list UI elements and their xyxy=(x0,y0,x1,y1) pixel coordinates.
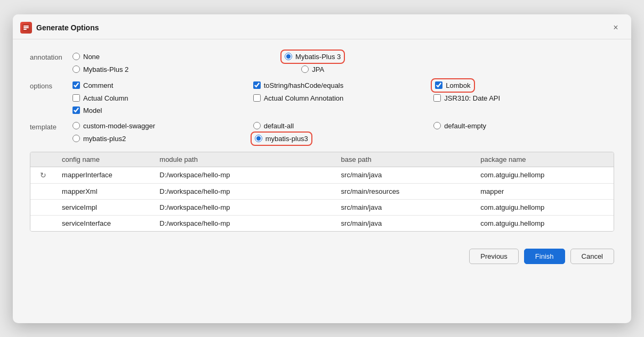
checkbox-lombok-label: Lombok xyxy=(446,81,470,89)
table-row[interactable]: serviceImpl D:/workspace/hello-mp src/ma… xyxy=(30,199,614,215)
annotation-label: annotation xyxy=(30,52,73,61)
th-module-path: module path xyxy=(153,152,334,167)
checkbox-model-input[interactable] xyxy=(73,106,80,114)
radio-tpl-mybatis-plus3[interactable]: mybatis-plus3 xyxy=(253,134,310,143)
table-row[interactable]: serviceInterface D:/workspace/hello-mp s… xyxy=(30,215,614,231)
row-base-path: src/main/resources xyxy=(335,183,474,199)
row-icon xyxy=(30,183,55,199)
refresh-icon: ↻ xyxy=(40,171,46,179)
opt-actual-col-cell: Actual Column xyxy=(73,94,253,102)
app-icon xyxy=(20,22,32,34)
row-icon: ↻ xyxy=(30,167,55,183)
radio-annotation-mybatis-plus3[interactable]: Mybatis-Plus 3 xyxy=(283,52,342,61)
opt-actual-col-ann-cell: Actual Column Annotation xyxy=(253,94,434,102)
checkbox-lombok-input[interactable] xyxy=(435,81,442,89)
opt-jsr310-cell: JSR310: Date API xyxy=(433,94,614,102)
generate-options-dialog: Generate Options × annotation None Myba xyxy=(13,14,631,323)
config-table-wrapper: config name module path base path packag… xyxy=(30,152,614,232)
previous-button[interactable]: Previous xyxy=(469,249,519,264)
checkbox-model-label: Model xyxy=(83,106,102,114)
radio-none-input[interactable] xyxy=(73,53,80,60)
row-config-name: serviceInterface xyxy=(55,215,153,231)
dialog-footer: Previous Finish Cancel xyxy=(13,240,631,275)
checkbox-tostring[interactable]: toString/hashCode/equals xyxy=(253,81,344,89)
dialog-content: annotation None Mybatis-Plus 3 xyxy=(13,39,631,240)
radio-tpl-mybatis-plus3-label: mybatis-plus3 xyxy=(265,135,308,143)
checkbox-actual-col-input[interactable] xyxy=(73,94,80,102)
svg-rect-3 xyxy=(23,29,27,30)
checkbox-jsr310[interactable]: JSR310: Date API xyxy=(433,94,500,102)
radio-tpl-default-empty[interactable]: default-empty xyxy=(433,122,486,130)
checkbox-tostring-input[interactable] xyxy=(253,81,261,89)
checkbox-lombok[interactable]: Lombok xyxy=(433,81,472,90)
radio-tpl-mybatis-plus2[interactable]: mybatis-plus2 xyxy=(73,135,126,143)
tpl-mybatis-plus3-cell: mybatis-plus3 xyxy=(253,134,434,143)
row-module-path: D:/workspace/hello-mp xyxy=(153,183,334,199)
template-row: template custom-model-swagger default-al… xyxy=(30,122,614,143)
template-label: template xyxy=(30,122,73,131)
checkbox-model[interactable]: Model xyxy=(73,106,102,114)
row-module-path: D:/workspace/hello-mp xyxy=(153,215,334,231)
checkbox-jsr310-label: JSR310: Date API xyxy=(444,94,500,102)
radio-mybatis-plus2-input[interactable] xyxy=(73,65,80,73)
radio-tpl-default-empty-label: default-empty xyxy=(444,122,486,130)
checkbox-actual-col-label: Actual Column xyxy=(83,94,128,102)
row-config-name: serviceImpl xyxy=(55,199,153,215)
radio-jpa-label: JPA xyxy=(312,65,324,73)
checkbox-comment-input[interactable] xyxy=(73,81,80,89)
radio-tpl-mybatis-plus2-label: mybatis-plus2 xyxy=(83,135,126,143)
options-fields: Comment toString/hashCode/equals Lombok xyxy=(73,81,614,114)
radio-tpl-default-empty-input[interactable] xyxy=(433,122,441,129)
radio-tpl-default-all[interactable]: default-all xyxy=(253,122,294,130)
radio-tpl-custom-label: custom-model-swagger xyxy=(83,122,155,130)
finish-button[interactable]: Finish xyxy=(524,249,565,264)
th-base-path: base path xyxy=(335,152,474,167)
checkbox-comment[interactable]: Comment xyxy=(73,81,113,89)
radio-mybatis-plus3-label: Mybatis-Plus 3 xyxy=(295,53,341,61)
config-table-body: ↻ mapperInterface D:/workspace/hello-mp … xyxy=(30,167,614,231)
checkbox-jsr310-input[interactable] xyxy=(433,94,441,102)
radio-annotation-jpa[interactable]: JPA xyxy=(301,65,324,73)
table-header-row: config name module path base path packag… xyxy=(30,152,614,167)
checkbox-actual-col-ann-label: Actual Column Annotation xyxy=(264,94,344,102)
th-config-name: config name xyxy=(55,152,153,167)
checkbox-comment-label: Comment xyxy=(83,81,113,89)
opt-tostring-cell: toString/hashCode/equals xyxy=(253,81,434,90)
checkbox-actual-col-ann-input[interactable] xyxy=(253,94,261,102)
radio-jpa-input[interactable] xyxy=(301,65,309,73)
table-row[interactable]: ↻ mapperInterface D:/workspace/hello-mp … xyxy=(30,167,614,183)
row-base-path: src/main/java xyxy=(335,215,474,231)
radio-tpl-default-all-input[interactable] xyxy=(253,122,261,129)
opt-model-cell: Model xyxy=(73,106,253,114)
th-package-name: package name xyxy=(474,152,614,167)
close-button[interactable]: × xyxy=(610,22,622,34)
tpl-default-all-cell: default-all xyxy=(253,122,434,130)
cancel-button[interactable]: Cancel xyxy=(570,249,614,264)
row-icon xyxy=(30,199,55,215)
options-row: options Comment toString/hashCode/equals xyxy=(30,81,614,114)
radio-annotation-mybatis-plus2[interactable]: Mybatis-Plus 2 xyxy=(73,65,128,73)
row-base-path: src/main/java xyxy=(335,167,474,183)
row-base-path: src/main/java xyxy=(335,199,474,215)
radio-tpl-mybatis-plus2-input[interactable] xyxy=(73,135,80,142)
table-row[interactable]: mapperXml D:/workspace/hello-mp src/main… xyxy=(30,183,614,199)
checkbox-actual-col[interactable]: Actual Column xyxy=(73,94,128,102)
tpl-custom-cell: custom-model-swagger xyxy=(73,122,253,130)
radio-tpl-mybatis-plus3-input[interactable] xyxy=(255,135,262,142)
row-config-name: mapperXml xyxy=(55,183,153,199)
dialog-title: Generate Options xyxy=(36,23,99,32)
row-module-path: D:/workspace/hello-mp xyxy=(153,167,334,183)
checkbox-actual-col-ann[interactable]: Actual Column Annotation xyxy=(253,94,344,102)
radio-annotation-none[interactable]: None xyxy=(73,53,100,61)
row-package-name: com.atguigu.hellomp xyxy=(474,199,614,215)
checkbox-tostring-label: toString/hashCode/equals xyxy=(264,81,344,89)
radio-tpl-custom[interactable]: custom-model-swagger xyxy=(73,122,155,130)
th-icon xyxy=(30,152,55,167)
radio-mybatis-plus3-input[interactable] xyxy=(285,53,292,60)
radio-tpl-custom-input[interactable] xyxy=(73,122,80,129)
row-package-name: com.atguigu.hellomp xyxy=(474,215,614,231)
config-table: config name module path base path packag… xyxy=(30,152,614,231)
title-left: Generate Options xyxy=(20,22,99,34)
radio-tpl-default-all-label: default-all xyxy=(264,122,294,130)
radio-none-label: None xyxy=(83,53,100,61)
